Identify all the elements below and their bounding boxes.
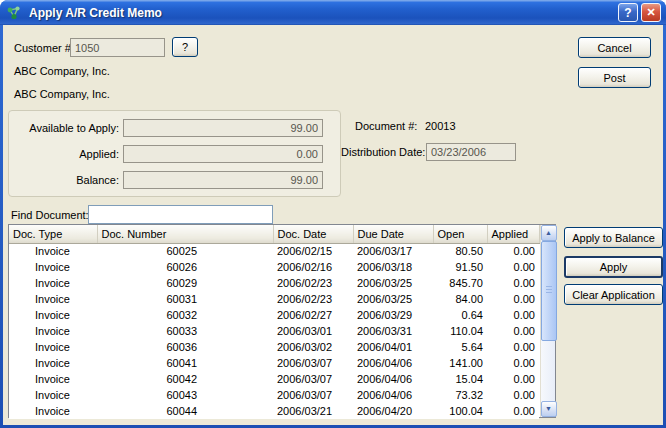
- cell-due-date: 2006/04/06: [353, 387, 433, 403]
- cell-open: 0.64: [433, 307, 487, 323]
- table-row[interactable]: Invoice600332006/03/012006/03/31110.040.…: [9, 323, 539, 339]
- cell-doc-number: 60043: [97, 387, 273, 403]
- cell-open: 110.04: [433, 323, 487, 339]
- cell-applied: 0.00: [487, 339, 539, 355]
- cell-doc-type: Invoice: [9, 339, 97, 355]
- cancel-button[interactable]: Cancel: [578, 37, 651, 58]
- document-number-value: 20013: [425, 120, 456, 132]
- close-icon[interactable]: ✕: [641, 3, 661, 22]
- table-row[interactable]: Invoice600262006/02/162006/03/1891.500.0…: [9, 259, 539, 275]
- cell-doc-number: 60025: [97, 243, 273, 259]
- cell-doc-date: 2006/03/07: [273, 371, 353, 387]
- find-document-label: Find Document:: [11, 209, 89, 221]
- window-title: Apply A/R Credit Memo: [27, 6, 162, 20]
- cell-doc-type: Invoice: [9, 403, 97, 419]
- cell-doc-date: 2006/03/07: [273, 387, 353, 403]
- cell-doc-type: Invoice: [9, 371, 97, 387]
- column-header-applied[interactable]: Applied: [487, 225, 539, 243]
- cell-doc-date: 2006/03/07: [273, 355, 353, 371]
- cell-open: 5.64: [433, 339, 487, 355]
- customer-lookup-button[interactable]: ?: [172, 37, 198, 57]
- clear-application-button[interactable]: Clear Application: [564, 284, 663, 305]
- cell-doc-type: Invoice: [9, 243, 97, 259]
- cell-applied: 0.00: [487, 387, 539, 403]
- applied-label: Applied:: [13, 148, 119, 160]
- cell-doc-date: 2006/03/02: [273, 339, 353, 355]
- cell-applied: 0.00: [487, 259, 539, 275]
- cell-open: 845.70: [433, 275, 487, 291]
- applied-input[interactable]: [123, 145, 323, 163]
- titlebar[interactable]: Apply A/R Credit Memo ? ✕: [0, 0, 666, 25]
- cell-applied: 0.00: [487, 355, 539, 371]
- cell-applied: 0.00: [487, 291, 539, 307]
- cell-doc-type: Invoice: [9, 291, 97, 307]
- column-header-doc-type[interactable]: Doc. Type: [9, 225, 97, 243]
- table-row[interactable]: Invoice600442006/03/212006/04/20100.040.…: [9, 403, 539, 419]
- scroll-down-icon[interactable]: ▼: [541, 401, 557, 417]
- cell-open: 73.32: [433, 387, 487, 403]
- cell-doc-date: 2006/03/21: [273, 403, 353, 419]
- app-icon: [6, 5, 22, 21]
- cell-due-date: 2006/03/25: [353, 291, 433, 307]
- scroll-up-icon[interactable]: ▲: [541, 225, 557, 241]
- cell-doc-date: 2006/02/15: [273, 243, 353, 259]
- cell-doc-number: 60042: [97, 371, 273, 387]
- cell-doc-number: 60041: [97, 355, 273, 371]
- apply-to-balance-button[interactable]: Apply to Balance: [564, 227, 663, 248]
- table-row[interactable]: Invoice600362006/03/022006/04/015.640.00: [9, 339, 539, 355]
- cell-open: 15.04: [433, 371, 487, 387]
- cell-due-date: 2006/03/25: [353, 275, 433, 291]
- document-table-body: Invoice600252006/02/152006/03/1780.500.0…: [9, 243, 539, 419]
- cell-doc-date: 2006/02/23: [273, 275, 353, 291]
- column-header-doc-date[interactable]: Doc. Date: [273, 225, 353, 243]
- dialog-body: Customer #: ? Cancel Post ABC Company, I…: [3, 25, 663, 425]
- distribution-date-input[interactable]: [426, 143, 516, 161]
- table-row[interactable]: Invoice600422006/03/072006/04/0615.040.0…: [9, 371, 539, 387]
- find-document-input[interactable]: [88, 205, 273, 224]
- document-number-label: Document #:: [355, 120, 417, 132]
- cell-due-date: 2006/04/20: [353, 403, 433, 419]
- cell-applied: 0.00: [487, 243, 539, 259]
- cell-due-date: 2006/04/06: [353, 371, 433, 387]
- cell-doc-number: 60029: [97, 275, 273, 291]
- table-row[interactable]: Invoice600412006/03/072006/04/06141.000.…: [9, 355, 539, 371]
- cell-doc-type: Invoice: [9, 307, 97, 323]
- cell-open: 80.50: [433, 243, 487, 259]
- cell-doc-number: 60044: [97, 403, 273, 419]
- scrollbar-thumb[interactable]: [541, 241, 557, 341]
- cell-applied: 0.00: [487, 371, 539, 387]
- amounts-group-box: Available to Apply: Applied: Balance:: [8, 110, 341, 197]
- table-header-row: Doc. Type Doc. Number Doc. Date Due Date…: [9, 225, 539, 243]
- post-button[interactable]: Post: [578, 67, 651, 88]
- table-row[interactable]: Invoice600252006/02/152006/03/1780.500.0…: [9, 243, 539, 259]
- cell-due-date: 2006/04/06: [353, 355, 433, 371]
- cell-doc-number: 60036: [97, 339, 273, 355]
- table-scrollbar[interactable]: ▲ ▼: [540, 225, 556, 417]
- column-header-open[interactable]: Open: [433, 225, 487, 243]
- apply-button[interactable]: Apply: [564, 256, 663, 278]
- titlebar-help-button[interactable]: ?: [618, 3, 638, 22]
- cell-doc-number: 60031: [97, 291, 273, 307]
- cell-doc-date: 2006/02/23: [273, 291, 353, 307]
- table-row[interactable]: Invoice600432006/03/072006/04/0673.320.0…: [9, 387, 539, 403]
- available-to-apply-label: Available to Apply:: [13, 122, 119, 134]
- customer-name-line2: ABC Company, Inc.: [14, 88, 110, 100]
- table-row[interactable]: Invoice600312006/02/232006/03/2584.000.0…: [9, 291, 539, 307]
- cell-applied: 0.00: [487, 307, 539, 323]
- cell-applied: 0.00: [487, 403, 539, 419]
- distribution-date-label: Distribution Date:: [341, 146, 425, 158]
- cell-due-date: 2006/04/01: [353, 339, 433, 355]
- customer-input[interactable]: [70, 38, 165, 57]
- cell-open: 141.00: [433, 355, 487, 371]
- available-to-apply-input[interactable]: [123, 119, 323, 137]
- balance-input[interactable]: [123, 171, 323, 189]
- cell-applied: 0.00: [487, 323, 539, 339]
- balance-label: Balance:: [13, 174, 119, 186]
- cell-due-date: 2006/03/17: [353, 243, 433, 259]
- column-header-due-date[interactable]: Due Date: [353, 225, 433, 243]
- table-row[interactable]: Invoice600292006/02/232006/03/25845.700.…: [9, 275, 539, 291]
- table-row[interactable]: Invoice600322006/02/272006/03/290.640.00: [9, 307, 539, 323]
- cell-open: 91.50: [433, 259, 487, 275]
- cell-open: 84.00: [433, 291, 487, 307]
- column-header-doc-number[interactable]: Doc. Number: [97, 225, 273, 243]
